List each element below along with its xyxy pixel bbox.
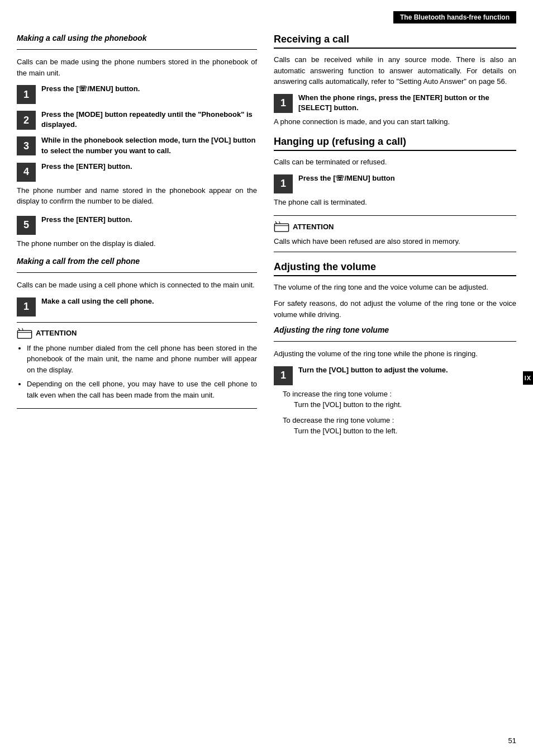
step-4-desc: The phone number and name stored in the … <box>17 185 257 207</box>
step-4-text: Press the [ENTER] button. <box>41 162 132 172</box>
step-1-ringtone: 1 Turn the [VOL] button to adjust the vo… <box>274 365 516 437</box>
step-1-text: Press the [☏/MENU] button. <box>41 84 140 94</box>
step-1-cell: 1 Make a call using the cell phone. <box>17 296 257 316</box>
svg-rect-4 <box>274 224 288 231</box>
section-hangup-title: Hanging up (refusing a call) <box>274 136 516 151</box>
section-volume-intro2: For safety reasons, do not adjust the vo… <box>274 298 516 320</box>
attention-icon-cell <box>17 327 32 339</box>
step-3-text: While in the phonebook selection mode, t… <box>41 135 257 155</box>
step-5-text: Press the [ENTER] button. <box>41 215 132 225</box>
section-hangup: Hanging up (refusing a call) Calls can b… <box>274 136 516 252</box>
step-1-hangup-number: 1 <box>274 174 293 193</box>
step-3-number: 3 <box>17 136 36 155</box>
step-1-ringtone-number: 1 <box>274 366 293 385</box>
attention-cell-label: ATTENTION <box>36 329 77 337</box>
section-phonebook-intro: Calls can be made using the phone number… <box>17 56 257 78</box>
section-receiving: Receiving a call Calls can be received w… <box>274 34 516 127</box>
header-title: The Bluetooth hands-free function <box>393 11 516 23</box>
step-1-ringtone-desc2: To decrease the ring tone volume : Turn … <box>274 415 516 437</box>
step-1-hangup: 1 Press the [☏/MENU] button The phone ca… <box>274 173 516 208</box>
step-2-phonebook: 2 Press the [MODE] button repeatedly unt… <box>17 110 257 130</box>
section-cell-title: Making a call from the cell phone <box>17 257 257 266</box>
step-1-phonebook: 1 Press the [☏/MENU] button. <box>17 84 257 104</box>
step-1-cell-number: 1 <box>17 297 36 316</box>
attention-cell-title: ATTENTION <box>17 327 257 339</box>
step-5-phonebook: 5 Press the [ENTER] button. The phone nu… <box>17 215 257 249</box>
section-volume-intro1: The volume of the ring tone and the voic… <box>274 282 516 293</box>
section-receiving-title: Receiving a call <box>274 34 516 49</box>
section-receiving-intro: Calls can be received while in any sourc… <box>274 54 516 87</box>
section-phonebook-title: Making a call using the phonebook <box>17 34 257 42</box>
step-2-number: 2 <box>17 111 36 130</box>
left-column: Making a call using the phonebook Calls … <box>17 34 257 445</box>
step-1-receiving-text: When the phone rings, press the [ENTER] … <box>298 93 516 113</box>
step-1-cell-text: Make a call using the cell phone. <box>41 296 154 306</box>
section-volume-title: Adjusting the volume <box>274 261 516 276</box>
right-column: Receiving a call Calls can be received w… <box>274 34 516 445</box>
page: The Bluetooth hands-free function IX Mak… <box>0 0 533 756</box>
attention-cell-item-2: Depending on the cell phone, you may hav… <box>27 379 257 400</box>
attention-hangup-label: ATTENTION <box>293 223 334 231</box>
content-columns: Making a call using the phonebook Calls … <box>17 34 516 445</box>
step-2-text: Press the [MODE] button repeatedly until… <box>41 110 257 130</box>
step-1-hangup-desc: The phone call is terminated. <box>274 197 516 208</box>
svg-rect-0 <box>17 330 31 338</box>
phone-icon-hangup: ☏ <box>335 174 344 182</box>
subsection-ringtone-title: Adjusting the ring tone volume <box>274 325 516 334</box>
step-5-number: 5 <box>17 216 36 235</box>
section-hangup-intro: Calls can be terminated or refused. <box>274 157 516 168</box>
attention-cell-list: If the phone number dialed from the cell… <box>17 343 257 401</box>
section-cell-phone: Making a call from the cell phone Calls … <box>17 257 257 409</box>
attention-hangup: ATTENTION Calls which have been refused … <box>274 215 516 252</box>
page-number: 51 <box>508 736 516 745</box>
step-1-ringtone-desc1: To increase the ring tone volume : Turn … <box>274 389 516 410</box>
attention-cell-item-1: If the phone number dialed from the cell… <box>27 343 257 376</box>
step-1-ringtone-text: Turn the [VOL] button to adjust the volu… <box>298 365 448 375</box>
header-bar: The Bluetooth hands-free function <box>17 11 516 23</box>
attention-cell: ATTENTION If the phone number dialed fro… <box>17 322 257 409</box>
step-1-number: 1 <box>17 85 36 104</box>
step-1-receiving-desc: A phone connection is made, and you can … <box>274 116 516 127</box>
step-1-receiving: 1 When the phone rings, press the [ENTER… <box>274 93 516 127</box>
subsection-ringtone: Adjusting the ring tone volume Adjusting… <box>274 325 516 437</box>
attention-hangup-title: ATTENTION <box>274 220 516 233</box>
step-1-hangup-text: Press the [☏/MENU] button <box>298 173 395 183</box>
step-3-phonebook: 3 While in the phonebook selection mode,… <box>17 135 257 155</box>
phone-icon-1: ☏ <box>78 84 87 93</box>
section-volume: Adjusting the volume The volume of the r… <box>274 261 516 437</box>
section-cell-intro: Calls can be made using a cell phone whi… <box>17 280 257 291</box>
step-4-number: 4 <box>17 163 36 182</box>
attention-hangup-text: Calls which have been refused are also s… <box>274 236 516 247</box>
attention-icon-hangup <box>274 220 289 233</box>
subsection-ringtone-intro: Adjusting the volume of the ring tone wh… <box>274 348 516 360</box>
step-1-receiving-number: 1 <box>274 94 293 113</box>
section-phonebook: Making a call using the phonebook Calls … <box>17 34 257 249</box>
step-4-phonebook: 4 Press the [ENTER] button. The phone nu… <box>17 162 257 207</box>
sidebar-tab: IX <box>523 371 533 385</box>
step-5-desc: The phone number on the display is diale… <box>17 238 257 249</box>
